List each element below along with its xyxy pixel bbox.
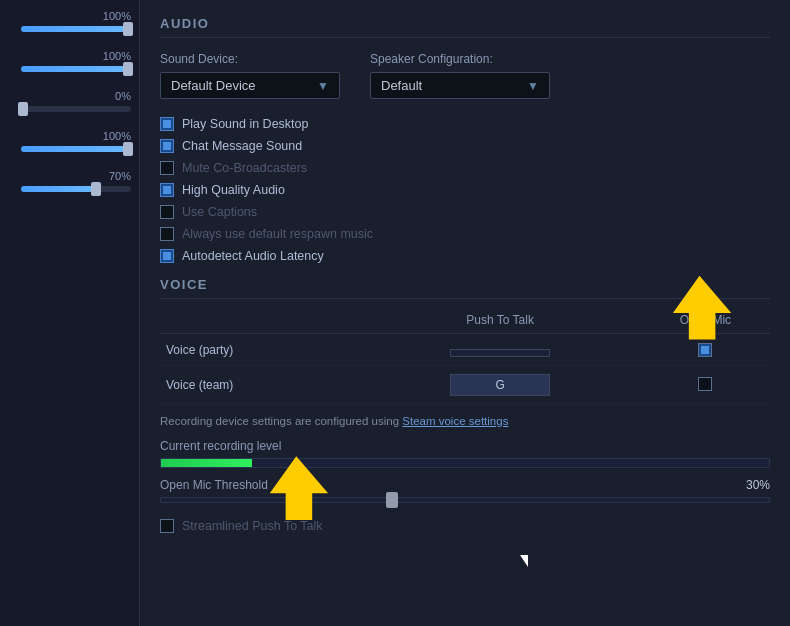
checkbox-mute-cobroadcast-label: Mute Co-Broadcasters [182, 161, 307, 175]
voice-col-label [160, 313, 359, 334]
threshold-header: Open Mic Threshold 30% [160, 478, 770, 492]
voice-team-ptt: G [359, 366, 640, 405]
slider-track-3[interactable] [21, 106, 131, 112]
audio-checkboxes: Play Sound in Desktop Chat Message Sound… [160, 117, 770, 263]
checkbox-play-sound-box[interactable] [160, 117, 174, 131]
voice-party-ptt [359, 334, 640, 366]
right-panel: AUDIO Sound Device: Default Device ▼ Spe… [140, 0, 790, 626]
slider-track-4[interactable] [21, 146, 131, 152]
checkbox-use-captions-label: Use Captions [182, 205, 257, 219]
voice-table: Push To Talk Open Mic Voice (party) [160, 313, 770, 405]
sound-device-group: Sound Device: Default Device ▼ [160, 52, 340, 99]
main-content: AUDIO Sound Device: Default Device ▼ Spe… [140, 0, 790, 549]
checkbox-use-captions-box[interactable] [160, 205, 174, 219]
slider-group-3: 0% [8, 90, 131, 112]
slider-thumb-4[interactable] [123, 142, 133, 156]
voice-team-openmic [641, 366, 770, 405]
level-section: Current recording level [160, 439, 770, 468]
slider-label-1: 100% [103, 10, 131, 22]
threshold-value: 30% [746, 478, 770, 492]
slider-fill-5 [21, 186, 98, 192]
slider-thumb-1[interactable] [123, 22, 133, 36]
voice-party-ptt-button[interactable] [450, 349, 550, 357]
slider-fill-4 [21, 146, 131, 152]
voice-team-openmic-checkbox[interactable] [698, 377, 712, 391]
checkbox-high-quality-label: High Quality Audio [182, 183, 285, 197]
checkbox-play-sound-label: Play Sound in Desktop [182, 117, 308, 131]
streamlined-label: Streamlined Push To Talk [182, 519, 323, 533]
slider-thumb-3[interactable] [18, 102, 28, 116]
voice-party-label: Voice (party) [160, 334, 359, 366]
slider-thumb-5[interactable] [91, 182, 101, 196]
recording-info-text: Recording device settings are configured… [160, 415, 402, 427]
audio-section-title: AUDIO [160, 16, 770, 38]
checkbox-autodetect-latency-box[interactable] [160, 249, 174, 263]
voice-row-team: Voice (team) G [160, 366, 770, 405]
sound-device-label: Sound Device: [160, 52, 340, 66]
voice-party-openmic-checkbox[interactable] [698, 343, 712, 357]
slider-thumb-2[interactable] [123, 62, 133, 76]
cursor-icon [520, 555, 528, 567]
slider-group-1: 100% [8, 10, 131, 32]
speaker-config-group: Speaker Configuration: Default ▼ [370, 52, 550, 99]
slider-label-5: 70% [109, 170, 131, 182]
slider-group-2: 100% [8, 50, 131, 72]
slider-label-4: 100% [103, 130, 131, 142]
recording-info: Recording device settings are configured… [160, 415, 770, 427]
sidebar: 100% 100% 0% 100% 70% [0, 0, 140, 626]
level-track [160, 458, 770, 468]
slider-track-2[interactable] [21, 66, 131, 72]
speaker-config-select[interactable]: Default ▼ [370, 72, 550, 99]
checkbox-mute-cobroadcast-box[interactable] [160, 161, 174, 175]
slider-label-3: 0% [115, 90, 131, 102]
streamlined-row: Streamlined Push To Talk [160, 519, 770, 533]
slider-fill-2 [21, 66, 131, 72]
voice-team-ptt-button[interactable]: G [450, 374, 550, 396]
sound-device-value: Default Device [171, 78, 256, 93]
speaker-config-label: Speaker Configuration: [370, 52, 550, 66]
checkbox-chat-message[interactable]: Chat Message Sound [160, 139, 770, 153]
level-fill [161, 459, 252, 467]
checkbox-default-respawn-label: Always use default respawn music [182, 227, 373, 241]
slider-label-2: 100% [103, 50, 131, 62]
speaker-config-arrow-icon: ▼ [527, 79, 539, 93]
checkbox-play-sound[interactable]: Play Sound in Desktop [160, 117, 770, 131]
sound-device-select[interactable]: Default Device ▼ [160, 72, 340, 99]
speaker-config-value: Default [381, 78, 422, 93]
checkbox-autodetect-latency[interactable]: Autodetect Audio Latency [160, 249, 770, 263]
checkbox-use-captions[interactable]: Use Captions [160, 205, 770, 219]
level-label: Current recording level [160, 439, 770, 453]
slider-track-1[interactable] [21, 26, 131, 32]
slider-fill-1 [21, 26, 131, 32]
streamlined-checkbox[interactable] [160, 519, 174, 533]
voice-col-openmic: Open Mic [641, 313, 770, 334]
checkbox-autodetect-latency-label: Autodetect Audio Latency [182, 249, 324, 263]
threshold-section: Open Mic Threshold 30% [160, 478, 770, 503]
sound-device-arrow-icon: ▼ [317, 79, 329, 93]
checkbox-chat-message-label: Chat Message Sound [182, 139, 302, 153]
voice-row-party: Voice (party) [160, 334, 770, 366]
slider-group-5: 70% [8, 170, 131, 192]
voice-section: VOICE Push To Talk Open Mic Voice (party… [160, 277, 770, 533]
voice-party-openmic [641, 334, 770, 366]
checkbox-high-quality[interactable]: High Quality Audio [160, 183, 770, 197]
threshold-track[interactable] [160, 497, 770, 503]
device-row: Sound Device: Default Device ▼ Speaker C… [160, 52, 770, 99]
slider-group-4: 100% [8, 130, 131, 152]
checkbox-default-respawn-box[interactable] [160, 227, 174, 241]
voice-col-ptt: Push To Talk [359, 313, 640, 334]
slider-track-5[interactable] [21, 186, 131, 192]
steam-voice-settings-link[interactable]: Steam voice settings [402, 415, 508, 427]
checkbox-default-respawn[interactable]: Always use default respawn music [160, 227, 770, 241]
threshold-thumb[interactable] [386, 492, 398, 508]
voice-section-title: VOICE [160, 277, 770, 299]
threshold-label: Open Mic Threshold [160, 478, 268, 492]
voice-team-label: Voice (team) [160, 366, 359, 405]
checkbox-chat-message-box[interactable] [160, 139, 174, 153]
checkbox-mute-cobroadcast[interactable]: Mute Co-Broadcasters [160, 161, 770, 175]
checkbox-high-quality-box[interactable] [160, 183, 174, 197]
